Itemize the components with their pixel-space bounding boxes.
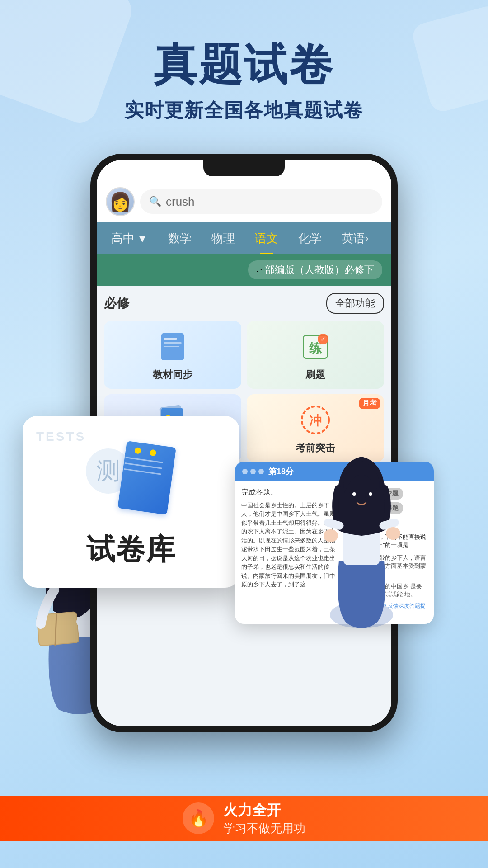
edition-badge[interactable]: ⇌ 部编版（人教版）必修下: [248, 260, 382, 279]
fire-emoji: 🔥: [188, 809, 209, 828]
all-features-button[interactable]: 全部功能: [326, 293, 384, 314]
tab-chinese-label: 语文: [255, 231, 278, 246]
practice-icon-area: 练 ✓: [252, 326, 379, 367]
phone-notch: [203, 160, 285, 176]
svg-point-25: [324, 529, 338, 542]
chevron-down-icon: ▼: [136, 231, 148, 245]
tab-bar: 高中 ▼ 数学 物理 语文 化学 英: [97, 222, 391, 254]
tab-chemistry[interactable]: 化学: [288, 222, 332, 254]
search-input-box[interactable]: 🔍 crush: [140, 189, 382, 214]
tab-grade-label: 高中: [111, 231, 135, 246]
tab-english[interactable]: 英语 ›: [332, 222, 379, 254]
bottom-banner: 🔥 火力全开 学习不做无用功: [0, 796, 488, 841]
tab-math[interactable]: 数学: [158, 222, 202, 254]
all-features-label: 全部功能: [335, 297, 375, 309]
chevron-right-icon: ›: [365, 232, 369, 245]
sync-label: 教材同步: [153, 368, 192, 382]
svg-point-26: [386, 527, 400, 540]
tab-physics-label: 物理: [211, 231, 235, 246]
svg-rect-1: [164, 338, 177, 340]
green-header: ⇌ 部编版（人教版）必修下: [97, 254, 391, 286]
section-header: 必修 全部功能: [104, 293, 384, 314]
header-section: 真题试卷 实时更新全国各地真题试卷: [0, 0, 488, 123]
banner-text-area: 火力全开 学习不做无用功: [223, 801, 305, 836]
doc-card-title: 第18分: [268, 466, 294, 477]
practice-label: 刷题: [305, 368, 325, 382]
tab-chinese[interactable]: 语文: [245, 222, 288, 254]
textbook-icon: [157, 331, 188, 363]
dot2: [250, 469, 256, 474]
section-title: 必修: [104, 295, 129, 312]
doc-header-dots: [242, 469, 264, 474]
exam-card-title: 试卷库: [86, 530, 176, 569]
blue-book-icon: [113, 439, 172, 512]
svg-point-22: [369, 492, 372, 496]
svg-rect-2: [164, 342, 182, 344]
page-sub-title: 实时更新全国各地真题试卷: [0, 98, 488, 123]
practice-icon: 练 ✓: [300, 331, 331, 363]
exam-icon-area: 测: [81, 435, 181, 525]
tab-grade-dropdown[interactable]: 高中 ▼: [101, 222, 158, 254]
fire-icon: 🔥: [183, 802, 214, 834]
swap-icon: ⇌: [256, 266, 262, 274]
exam-card-overlay: TESTS 测 试卷库: [23, 416, 239, 588]
tab-chemistry-label: 化学: [298, 231, 322, 246]
avatar[interactable]: [106, 187, 135, 216]
ai-character-svg: [298, 425, 425, 651]
tab-physics[interactable]: 物理: [202, 222, 245, 254]
search-text: crush: [166, 195, 195, 209]
grid-item-practice[interactable]: 练 ✓ 刷题: [247, 321, 384, 389]
tab-english-label: 英语: [342, 231, 365, 246]
avatar-image: [107, 188, 134, 215]
exam-watermark: TESTS: [36, 429, 86, 444]
sync-icon-area: [109, 326, 236, 367]
svg-text:✓: ✓: [320, 335, 326, 343]
dot3: [258, 469, 264, 474]
edition-text: 部编版（人教版）必修下: [265, 263, 374, 277]
dot1: [242, 469, 248, 474]
svg-rect-3: [164, 346, 179, 347]
svg-point-21: [352, 492, 356, 496]
page-main-title: 真题试卷: [0, 41, 488, 89]
ai-character: [298, 425, 425, 651]
search-icon: 🔍: [149, 196, 161, 208]
banner-line1: 火力全开: [223, 801, 305, 821]
tab-math-label: 数学: [168, 231, 192, 246]
phone-mockup: TESTS 测 试卷库: [90, 154, 398, 732]
banner-line2: 学习不做无用功: [223, 821, 305, 836]
grid-item-sync[interactable]: 教材同步: [104, 321, 241, 389]
